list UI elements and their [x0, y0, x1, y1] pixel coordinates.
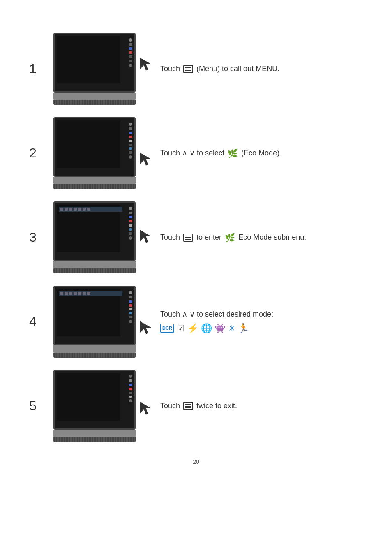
monitor-base [53, 100, 136, 105]
game-icon: 👾 [214, 321, 226, 335]
menu-icon-1 [183, 65, 193, 73]
step-5-instruction: Touch twice to exit. [156, 400, 367, 412]
checkmark-icon: ☑ [177, 321, 185, 335]
step-5-monitor [53, 370, 144, 442]
top-bar-4 [59, 291, 122, 296]
dcr-icon: DCR [160, 324, 174, 333]
steps-container: 1 [25, 33, 367, 442]
step-1-instruction: Touch (Menu) to call out MENU. [156, 63, 367, 74]
monitor-body-5 [53, 370, 136, 430]
step-4-monitor [53, 286, 144, 358]
step-3-row: 3 [25, 201, 367, 273]
monitor-body-4 [53, 286, 136, 345]
step-4-instruction: Touch ∧ ∨ to select desired mode: DCR ☑ … [156, 309, 367, 335]
monitor-screen-2 [57, 120, 120, 168]
monitor-stand-4 [53, 345, 136, 353]
monitor-body [53, 33, 136, 92]
monitor-body-2 [53, 117, 136, 177]
step-2-number: 2 [25, 146, 41, 161]
browse-icon: 🌐 [201, 321, 212, 335]
step-5-row: 5 To [25, 370, 367, 442]
step-3-instruction: Touch to enter 🌿 Eco Mode submenu. [156, 231, 367, 244]
monitor-base-2 [53, 184, 136, 189]
monitor-stand-5 [53, 430, 136, 437]
monitor-stand-2 [53, 177, 136, 184]
monitor-screen-5 [57, 373, 120, 421]
step-3-pointer [138, 227, 156, 247]
eco-icon-3: 🌿 [225, 231, 235, 244]
step-5-pointer [138, 400, 156, 420]
eco-mode-icons: DCR ☑ ⚡ 🌐 👾 ✳ 🏃 [160, 321, 367, 335]
lightning-icon: ⚡ [187, 321, 198, 335]
step-3-number: 3 [25, 230, 41, 245]
step-1-row: 1 [25, 33, 367, 105]
page-number: 20 [193, 458, 199, 465]
menu-icon-5 [183, 402, 193, 410]
menu-icon-3 [183, 234, 193, 242]
run-icon: 🏃 [238, 321, 249, 335]
step-2-monitor [53, 117, 144, 189]
monitor-base-4 [53, 353, 136, 358]
step-5-number: 5 [25, 398, 41, 414]
step-4-pointer [138, 319, 156, 339]
step-4-row: 4 [25, 286, 367, 358]
step-3-monitor [53, 201, 144, 273]
step-4-number: 4 [25, 314, 41, 329]
monitor-base-3 [53, 268, 136, 273]
monitor-screen-4 [57, 289, 120, 336]
step-2-row: 2 [25, 117, 367, 189]
step-2-instruction: Touch ∧ ∨ to select 🌿 (Eco Mode). [156, 147, 367, 160]
monitor-base-5 [53, 437, 136, 442]
monitor-screen-3 [57, 205, 120, 252]
step-2-pointer [138, 150, 156, 171]
star-icon: ✳ [228, 321, 235, 335]
monitor-stand-3 [53, 261, 136, 268]
monitor-screen [57, 36, 120, 83]
top-bar-3 [59, 207, 122, 212]
monitor-body-3 [53, 201, 136, 261]
eco-icon-2: 🌿 [228, 147, 238, 160]
monitor-stand [53, 92, 136, 100]
step-1-pointer [138, 55, 156, 75]
step-1-monitor [53, 33, 144, 105]
step-1-number: 1 [25, 61, 41, 76]
